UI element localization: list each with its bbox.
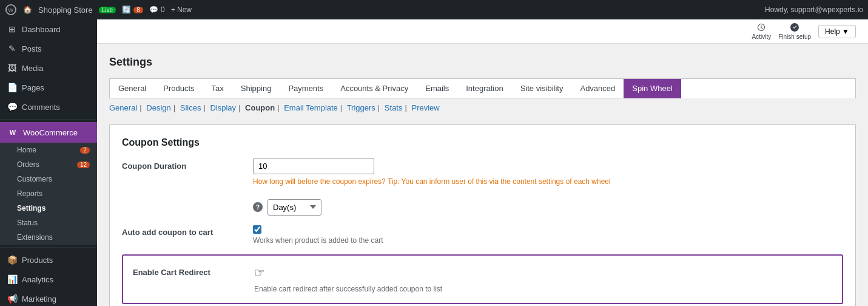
tab-payments[interactable]: Payments bbox=[280, 79, 332, 98]
coupon-duration-hint: How long will before the coupon expires?… bbox=[253, 177, 843, 187]
auto-add-hint: Works when product is added to the cart bbox=[253, 236, 383, 245]
analytics-icon: 📊 bbox=[7, 274, 17, 284]
subnav-stats[interactable]: Stats bbox=[385, 103, 403, 112]
auto-add-checkbox[interactable] bbox=[253, 225, 261, 234]
subnav-display[interactable]: Display bbox=[210, 103, 236, 112]
coupon-settings-area: Coupon Settings Coupon Duration How long… bbox=[109, 124, 856, 306]
site-name: Shopping Store bbox=[38, 5, 93, 15]
finish-setup-label: Finish setup bbox=[778, 33, 811, 40]
sidebar-item-extensions[interactable]: Extensions bbox=[0, 230, 97, 245]
finish-setup-button[interactable]: Finish setup bbox=[778, 22, 811, 40]
media-icon: 🖼 bbox=[7, 63, 17, 73]
sidebar-item-orders[interactable]: Orders 12 bbox=[0, 157, 97, 172]
coupon-duration-row: Coupon Duration How long will before the… bbox=[122, 158, 843, 187]
subnav-emailtemplate[interactable]: Email Template bbox=[284, 103, 338, 112]
sidebar-item-comments[interactable]: 💬 Comments bbox=[0, 97, 97, 117]
tab-tax[interactable]: Tax bbox=[203, 79, 232, 98]
site-home-link[interactable]: 🏠 bbox=[23, 5, 32, 14]
sidebar-item-marketing[interactable]: 📢 Marketing bbox=[0, 289, 97, 306]
woocommerce-submenu: Home 2 Orders 12 Customers Reports Setti… bbox=[0, 143, 97, 245]
admin-bar: W 🏠 Shopping Store Live 🔄 8 💬 0 + New Ho… bbox=[0, 0, 868, 19]
activity-label: Activity bbox=[752, 33, 772, 40]
subnav-coupon-current: Coupon bbox=[245, 103, 275, 112]
sidebar-label-customers: Customers bbox=[17, 175, 52, 183]
howdy-text: Howdy, support@wpexperts.io bbox=[765, 5, 863, 14]
cart-redirect-label: Enable Cart Redirect bbox=[133, 265, 244, 277]
subnav-slices[interactable]: Slices bbox=[180, 103, 201, 112]
select-wrap: ? Day(s) Hour(s) Minute(s) bbox=[253, 199, 843, 216]
coupon-duration-input[interactable] bbox=[253, 158, 374, 174]
sidebar-label-status: Status bbox=[17, 219, 38, 227]
marketing-icon: 📢 bbox=[7, 294, 17, 304]
tab-shipping[interactable]: Shipping bbox=[232, 79, 280, 98]
sidebar-item-pages[interactable]: 📄 Pages bbox=[0, 78, 97, 97]
sidebar-divider-2 bbox=[0, 247, 97, 248]
sidebar-item-products[interactable]: 📦 Products bbox=[0, 250, 97, 270]
sidebar-label-media: Media bbox=[22, 64, 43, 73]
coupon-duration-unit-field: ? Day(s) Hour(s) Minute(s) bbox=[253, 194, 843, 216]
auto-add-field: Works when product is added to the cart bbox=[253, 225, 383, 245]
home-badge: 2 bbox=[80, 147, 90, 154]
sidebar-item-analytics[interactable]: 📊 Analytics bbox=[0, 270, 97, 289]
cart-redirect-hint: Enable cart redirect after successfully … bbox=[254, 285, 442, 293]
cursor-icon[interactable]: ☞ bbox=[254, 265, 442, 280]
top-bar: Activity Finish setup Help ▼ bbox=[97, 19, 868, 44]
subnav-triggers[interactable]: Triggers bbox=[347, 103, 375, 112]
products-icon: 📦 bbox=[7, 255, 17, 265]
sidebar-item-settings[interactable]: Settings bbox=[0, 201, 97, 216]
settings-tabs: General Products Tax Shipping Payments A… bbox=[109, 78, 856, 98]
sidebar-item-woocommerce[interactable]: W WooCommerce bbox=[0, 122, 97, 143]
help-button[interactable]: Help ▼ bbox=[818, 25, 856, 38]
main-content: Activity Finish setup Help ▼ Settings Ge… bbox=[97, 19, 868, 306]
sidebar-label-marketing: Marketing bbox=[22, 294, 56, 304]
sidebar-item-home[interactable]: Home 2 bbox=[0, 143, 97, 157]
coupon-duration-unit-row: ? Day(s) Hour(s) Minute(s) bbox=[122, 194, 843, 216]
sidebar-label-products: Products bbox=[22, 256, 53, 265]
sidebar-label-posts: Posts bbox=[22, 44, 42, 53]
coupon-duration-unit-select[interactable]: Day(s) Hour(s) Minute(s) bbox=[267, 199, 321, 216]
coupon-settings-title: Coupon Settings bbox=[122, 137, 843, 148]
tab-spinwheel[interactable]: Spin Wheel bbox=[624, 79, 681, 98]
subnav-general[interactable]: General bbox=[109, 103, 137, 112]
sub-navigation: General| Design| Slices| Display| Coupon… bbox=[109, 98, 856, 117]
top-bar-actions: Activity Finish setup Help ▼ bbox=[752, 22, 856, 40]
sidebar-divider-1 bbox=[0, 119, 97, 120]
auto-add-row: Auto add coupon to cart Works when produ… bbox=[122, 225, 843, 245]
sidebar: ⊞ Dashboard ✎ Posts 🖼 Media 📄 Pages 💬 Co… bbox=[0, 19, 97, 306]
tab-integration[interactable]: Integration bbox=[457, 79, 511, 98]
live-badge: Live bbox=[99, 7, 116, 13]
activity-button[interactable]: Activity bbox=[752, 22, 772, 40]
tab-products[interactable]: Products bbox=[155, 79, 203, 98]
help-icon[interactable]: ? bbox=[253, 202, 263, 212]
tab-general[interactable]: General bbox=[110, 79, 155, 98]
sidebar-item-customers[interactable]: Customers bbox=[0, 172, 97, 186]
page-title: Settings bbox=[109, 56, 856, 69]
sidebar-label-home: Home bbox=[17, 146, 36, 154]
tab-emails[interactable]: Emails bbox=[417, 79, 457, 98]
sidebar-label-comments: Comments bbox=[22, 103, 60, 112]
sidebar-item-status[interactable]: Status bbox=[0, 216, 97, 230]
coupon-duration-field: How long will before the coupon expires?… bbox=[253, 158, 843, 187]
svg-text:W: W bbox=[8, 7, 14, 13]
sidebar-label-reports: Reports bbox=[17, 189, 42, 198]
comments-btn[interactable]: 💬 0 bbox=[149, 5, 165, 14]
sidebar-item-media[interactable]: 🖼 Media bbox=[0, 58, 97, 78]
tab-accounts[interactable]: Accounts & Privacy bbox=[332, 79, 417, 98]
sidebar-item-reports[interactable]: Reports bbox=[0, 186, 97, 201]
sidebar-label-analytics: Analytics bbox=[22, 275, 53, 284]
cart-redirect-section: Enable Cart Redirect ☞ Enable cart redir… bbox=[122, 254, 843, 304]
new-content-btn[interactable]: + New bbox=[171, 5, 192, 14]
dashboard-icon: ⊞ bbox=[7, 24, 17, 34]
sidebar-item-posts[interactable]: ✎ Posts bbox=[0, 39, 97, 58]
sidebar-label-orders: Orders bbox=[17, 160, 39, 169]
sidebar-item-dashboard[interactable]: ⊞ Dashboard bbox=[0, 19, 97, 39]
subnav-preview[interactable]: Preview bbox=[411, 103, 439, 112]
tab-sitevisibility[interactable]: Site visibility bbox=[512, 79, 572, 98]
pages-icon: 📄 bbox=[7, 83, 17, 92]
subnav-design[interactable]: Design bbox=[146, 103, 170, 112]
orders-badge: 12 bbox=[77, 162, 90, 168]
tab-advanced[interactable]: Advanced bbox=[571, 79, 624, 98]
sidebar-label-dashboard: Dashboard bbox=[22, 25, 61, 34]
updates-btn[interactable]: 🔄 8 bbox=[122, 5, 143, 14]
sidebar-label-extensions: Extensions bbox=[17, 233, 53, 242]
